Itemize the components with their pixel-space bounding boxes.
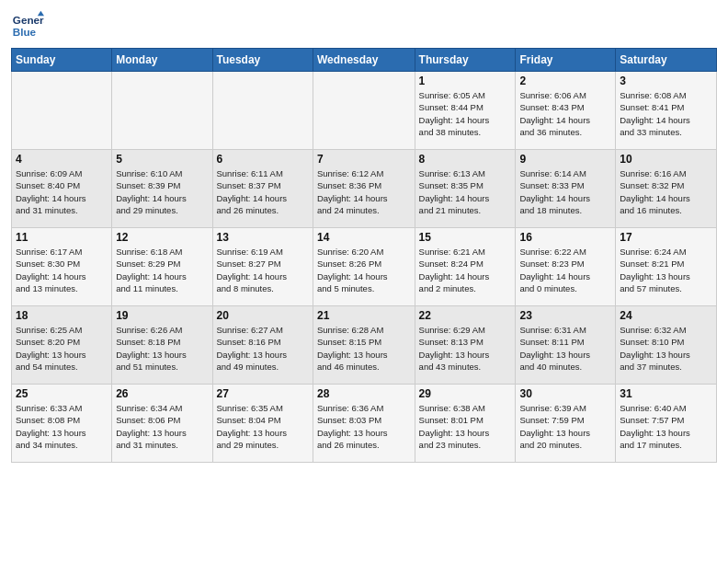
- day-info: Sunrise: 6:40 AM Sunset: 7:57 PM Dayligh…: [620, 402, 712, 451]
- calendar-cell: 22Sunrise: 6:29 AM Sunset: 8:13 PM Dayli…: [415, 306, 516, 385]
- day-info: Sunrise: 6:38 AM Sunset: 8:01 PM Dayligh…: [419, 402, 512, 451]
- day-info: Sunrise: 6:11 AM Sunset: 8:37 PM Dayligh…: [217, 167, 309, 216]
- day-number: 26: [116, 387, 208, 400]
- day-number: 4: [16, 153, 108, 166]
- svg-text:Blue: Blue: [13, 26, 37, 38]
- day-number: 9: [519, 153, 611, 166]
- calendar-cell: 30Sunrise: 6:39 AM Sunset: 7:59 PM Dayli…: [516, 385, 616, 463]
- calendar-table: SundayMondayTuesdayWednesdayThursdayFrid…: [11, 48, 717, 463]
- weekday-header: Tuesday: [212, 49, 313, 72]
- calendar-cell: 18Sunrise: 6:25 AM Sunset: 8:20 PM Dayli…: [12, 306, 112, 385]
- day-number: 12: [116, 231, 208, 244]
- weekday-header: Thursday: [415, 49, 516, 72]
- calendar-cell: [212, 72, 313, 150]
- day-number: 11: [16, 231, 108, 244]
- calendar-cell: [112, 72, 212, 150]
- day-info: Sunrise: 6:12 AM Sunset: 8:36 PM Dayligh…: [317, 167, 411, 216]
- day-info: Sunrise: 6:08 AM Sunset: 8:41 PM Dayligh…: [620, 89, 712, 138]
- day-number: 19: [116, 309, 208, 322]
- day-number: 16: [519, 231, 611, 244]
- day-info: Sunrise: 6:13 AM Sunset: 8:35 PM Dayligh…: [419, 167, 512, 216]
- day-number: 8: [419, 153, 512, 166]
- calendar-cell: 31Sunrise: 6:40 AM Sunset: 7:57 PM Dayli…: [616, 385, 717, 463]
- calendar-cell: [313, 72, 415, 150]
- day-info: Sunrise: 6:17 AM Sunset: 8:30 PM Dayligh…: [16, 246, 108, 294]
- day-number: 25: [16, 387, 108, 400]
- day-info: Sunrise: 6:06 AM Sunset: 8:43 PM Dayligh…: [519, 89, 611, 138]
- calendar-week-row: 25Sunrise: 6:33 AM Sunset: 8:08 PM Dayli…: [12, 385, 717, 463]
- calendar-cell: 15Sunrise: 6:21 AM Sunset: 8:24 PM Dayli…: [415, 228, 516, 306]
- day-number: 18: [16, 309, 108, 322]
- calendar-cell: [12, 72, 112, 150]
- day-number: 7: [317, 153, 411, 166]
- logo-icon: General Blue: [11, 9, 44, 42]
- day-number: 24: [620, 309, 712, 322]
- day-number: 15: [419, 231, 512, 244]
- day-number: 13: [217, 231, 309, 244]
- calendar-cell: 26Sunrise: 6:34 AM Sunset: 8:06 PM Dayli…: [112, 385, 212, 463]
- calendar-cell: 4Sunrise: 6:09 AM Sunset: 8:40 PM Daylig…: [12, 150, 112, 228]
- day-number: 3: [620, 75, 712, 87]
- day-info: Sunrise: 6:05 AM Sunset: 8:44 PM Dayligh…: [419, 89, 512, 138]
- day-info: Sunrise: 6:18 AM Sunset: 8:29 PM Dayligh…: [116, 246, 208, 294]
- calendar-cell: 24Sunrise: 6:32 AM Sunset: 8:10 PM Dayli…: [616, 306, 717, 385]
- calendar-cell: 17Sunrise: 6:24 AM Sunset: 8:21 PM Dayli…: [616, 228, 717, 306]
- day-info: Sunrise: 6:21 AM Sunset: 8:24 PM Dayligh…: [419, 246, 512, 294]
- day-info: Sunrise: 6:33 AM Sunset: 8:08 PM Dayligh…: [16, 402, 108, 451]
- logo: General Blue: [11, 9, 48, 42]
- day-info: Sunrise: 6:25 AM Sunset: 8:20 PM Dayligh…: [16, 324, 108, 373]
- day-number: 28: [317, 387, 411, 400]
- calendar-cell: 27Sunrise: 6:35 AM Sunset: 8:04 PM Dayli…: [212, 385, 313, 463]
- day-number: 17: [620, 231, 712, 244]
- day-number: 29: [419, 387, 512, 400]
- calendar-week-row: 1Sunrise: 6:05 AM Sunset: 8:44 PM Daylig…: [12, 72, 717, 150]
- calendar-cell: 8Sunrise: 6:13 AM Sunset: 8:35 PM Daylig…: [415, 150, 516, 228]
- calendar-week-row: 18Sunrise: 6:25 AM Sunset: 8:20 PM Dayli…: [12, 306, 717, 385]
- day-info: Sunrise: 6:34 AM Sunset: 8:06 PM Dayligh…: [116, 402, 208, 451]
- calendar-cell: 16Sunrise: 6:22 AM Sunset: 8:23 PM Dayli…: [516, 228, 616, 306]
- weekday-header: Monday: [112, 49, 212, 72]
- calendar-cell: 28Sunrise: 6:36 AM Sunset: 8:03 PM Dayli…: [313, 385, 415, 463]
- day-info: Sunrise: 6:27 AM Sunset: 8:16 PM Dayligh…: [217, 324, 309, 373]
- calendar-week-row: 4Sunrise: 6:09 AM Sunset: 8:40 PM Daylig…: [12, 150, 717, 228]
- day-number: 5: [116, 153, 208, 166]
- calendar-cell: 12Sunrise: 6:18 AM Sunset: 8:29 PM Dayli…: [112, 228, 212, 306]
- day-number: 1: [419, 75, 512, 87]
- weekday-header: Sunday: [12, 49, 112, 72]
- day-info: Sunrise: 6:10 AM Sunset: 8:39 PM Dayligh…: [116, 167, 208, 216]
- day-info: Sunrise: 6:31 AM Sunset: 8:11 PM Dayligh…: [519, 324, 611, 373]
- day-info: Sunrise: 6:36 AM Sunset: 8:03 PM Dayligh…: [317, 402, 411, 451]
- weekday-header: Friday: [516, 49, 616, 72]
- day-info: Sunrise: 6:19 AM Sunset: 8:27 PM Dayligh…: [217, 246, 309, 294]
- day-number: 31: [620, 387, 712, 400]
- day-number: 2: [519, 75, 611, 87]
- header-row: SundayMondayTuesdayWednesdayThursdayFrid…: [12, 49, 717, 72]
- day-number: 22: [419, 309, 512, 322]
- calendar-week-row: 11Sunrise: 6:17 AM Sunset: 8:30 PM Dayli…: [12, 228, 717, 306]
- day-number: 30: [519, 387, 611, 400]
- calendar-cell: 23Sunrise: 6:31 AM Sunset: 8:11 PM Dayli…: [516, 306, 616, 385]
- calendar-cell: 13Sunrise: 6:19 AM Sunset: 8:27 PM Dayli…: [212, 228, 313, 306]
- calendar-cell: 25Sunrise: 6:33 AM Sunset: 8:08 PM Dayli…: [12, 385, 112, 463]
- day-info: Sunrise: 6:09 AM Sunset: 8:40 PM Dayligh…: [16, 167, 108, 216]
- day-number: 21: [317, 309, 411, 322]
- day-number: 27: [217, 387, 309, 400]
- calendar-cell: 9Sunrise: 6:14 AM Sunset: 8:33 PM Daylig…: [516, 150, 616, 228]
- calendar-cell: 3Sunrise: 6:08 AM Sunset: 8:41 PM Daylig…: [616, 72, 717, 150]
- day-info: Sunrise: 6:29 AM Sunset: 8:13 PM Dayligh…: [419, 324, 512, 373]
- calendar-cell: 10Sunrise: 6:16 AM Sunset: 8:32 PM Dayli…: [616, 150, 717, 228]
- main-container: General Blue SundayMondayTuesdayWednesda…: [0, 0, 728, 472]
- day-info: Sunrise: 6:20 AM Sunset: 8:26 PM Dayligh…: [317, 246, 411, 294]
- calendar-header: SundayMondayTuesdayWednesdayThursdayFrid…: [12, 49, 717, 72]
- day-info: Sunrise: 6:16 AM Sunset: 8:32 PM Dayligh…: [620, 167, 712, 216]
- day-info: Sunrise: 6:28 AM Sunset: 8:15 PM Dayligh…: [317, 324, 411, 373]
- calendar-cell: 14Sunrise: 6:20 AM Sunset: 8:26 PM Dayli…: [313, 228, 415, 306]
- day-number: 10: [620, 153, 712, 166]
- calendar-cell: 20Sunrise: 6:27 AM Sunset: 8:16 PM Dayli…: [212, 306, 313, 385]
- day-info: Sunrise: 6:26 AM Sunset: 8:18 PM Dayligh…: [116, 324, 208, 373]
- day-info: Sunrise: 6:22 AM Sunset: 8:23 PM Dayligh…: [519, 246, 611, 294]
- calendar-cell: 29Sunrise: 6:38 AM Sunset: 8:01 PM Dayli…: [415, 385, 516, 463]
- calendar-cell: 2Sunrise: 6:06 AM Sunset: 8:43 PM Daylig…: [516, 72, 616, 150]
- calendar-cell: 6Sunrise: 6:11 AM Sunset: 8:37 PM Daylig…: [212, 150, 313, 228]
- day-info: Sunrise: 6:35 AM Sunset: 8:04 PM Dayligh…: [217, 402, 309, 451]
